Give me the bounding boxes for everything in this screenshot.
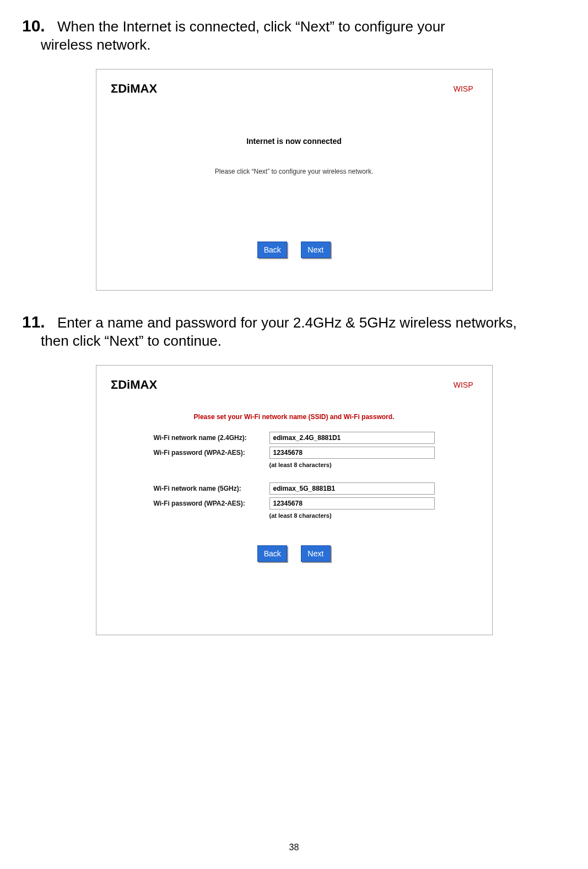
status-text: Internet is now connected	[111, 137, 478, 146]
next-button[interactable]: Next	[301, 545, 331, 562]
screenshot-panel-wifi-setup: ΣDiMAX WISP Please set your Wi-Fi networ…	[96, 365, 493, 635]
wifi-24-name-label: Wi-Fi network name (2.4GHz):	[154, 434, 269, 442]
wifi-24-name-input[interactable]	[269, 432, 435, 444]
wifi-24-password-label: Wi-Fi password (WPA2-AES):	[154, 449, 269, 457]
wifi-5-password-input[interactable]	[269, 497, 435, 509]
step-number: 10.	[22, 17, 45, 35]
edimax-logo-icon: ΣDiMAX	[111, 81, 188, 97]
step-11: 11. Enter a name and password for your 2…	[22, 313, 566, 350]
back-button[interactable]: Back	[257, 545, 287, 562]
page-number: 38	[0, 843, 588, 852]
mode-label: WISP	[454, 84, 473, 93]
step-number: 11.	[22, 313, 45, 331]
back-button[interactable]: Back	[257, 242, 287, 258]
wifi-24-password-input[interactable]	[269, 447, 435, 459]
screenshot-panel-connected: ΣDiMAX WISP Internet is now connected Pl…	[96, 69, 493, 291]
wifi-5-password-label: Wi-Fi password (WPA2-AES):	[154, 500, 269, 507]
step-text-line1: When the Internet is connected, click “N…	[57, 18, 445, 35]
next-button[interactable]: Next	[301, 242, 331, 258]
wifi-5-hint: (at least 8 characters)	[269, 512, 435, 519]
form-instruction: Please set your Wi-Fi network name (SSID…	[111, 413, 478, 421]
wifi-5-name-input[interactable]	[269, 482, 435, 495]
step-10: 10. When the Internet is connected, clic…	[22, 17, 566, 53]
step-text-line1: Enter a name and password for your 2.4GH…	[57, 314, 517, 331]
mode-label: WISP	[454, 380, 473, 389]
step-text-line2: then click “Next” to continue.	[22, 332, 566, 350]
svg-text:ΣDiMAX: ΣDiMAX	[111, 378, 157, 391]
wifi-5ghz-block: Wi-Fi network name (5GHz): Wi-Fi passwor…	[154, 482, 435, 519]
instruction-text: Please click “Next” to configure your wi…	[111, 168, 478, 175]
svg-text:ΣDiMAX: ΣDiMAX	[111, 82, 157, 95]
edimax-logo-icon: ΣDiMAX	[111, 377, 188, 393]
step-text-line2: wireless network.	[22, 36, 566, 53]
wifi-24ghz-block: Wi-Fi network name (2.4GHz): Wi-Fi passw…	[154, 432, 435, 468]
wifi-24-hint: (at least 8 characters)	[269, 462, 435, 468]
wifi-5-name-label: Wi-Fi network name (5GHz):	[154, 485, 269, 492]
